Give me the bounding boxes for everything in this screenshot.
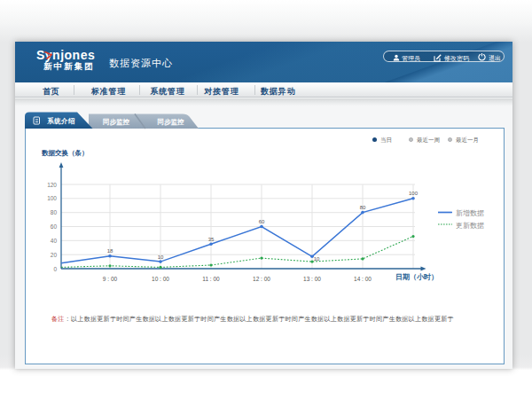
svg-text:10 : 00: 10 : 00 (152, 276, 169, 282)
svg-text:120: 120 (47, 182, 57, 188)
svg-text:14 : 00: 14 : 00 (354, 276, 372, 282)
svg-text:11 : 00: 11 : 00 (202, 276, 220, 282)
svg-text:60: 60 (259, 219, 265, 224)
svg-text:20: 20 (51, 252, 58, 258)
svg-text:13 : 00: 13 : 00 (303, 276, 321, 282)
svg-text:80: 80 (360, 205, 366, 210)
svg-text:9 : 00: 9 : 00 (103, 276, 118, 282)
svg-text:40: 40 (51, 238, 58, 244)
svg-text:10: 10 (158, 254, 164, 260)
svg-text:10: 10 (314, 256, 320, 262)
svg-text:100: 100 (409, 191, 419, 196)
svg-text:100: 100 (47, 195, 57, 201)
svg-text:18: 18 (107, 248, 113, 254)
svg-text:35: 35 (208, 237, 215, 242)
svg-text:60: 60 (51, 223, 58, 230)
svg-text:12 : 00: 12 : 00 (253, 276, 270, 282)
svg-text:0: 0 (53, 266, 57, 272)
svg-text:80: 80 (51, 209, 58, 215)
